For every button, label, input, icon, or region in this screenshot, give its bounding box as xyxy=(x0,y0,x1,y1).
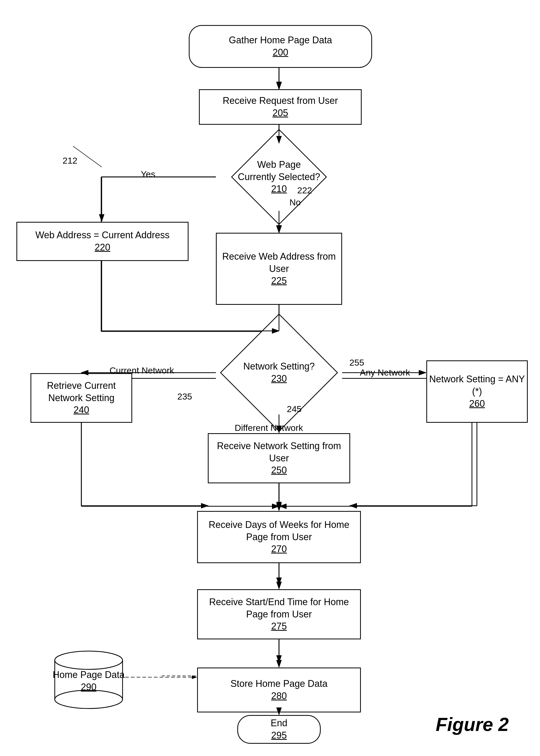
node-230-container: Network Setting? 230 xyxy=(216,323,342,422)
node-250-number: 250 xyxy=(208,464,349,476)
label-no: No xyxy=(289,197,301,207)
node-280: Store Home Page Data 280 xyxy=(197,667,361,712)
svg-point-27 xyxy=(55,651,123,669)
node-220-label: Web Address = Current Address xyxy=(36,229,170,241)
node-220-number: 220 xyxy=(36,241,170,254)
node-200-number: 200 xyxy=(229,47,332,59)
label-any-network: Any Network xyxy=(360,367,410,378)
node-290: Home Page Data 290 xyxy=(52,650,125,710)
node-295: End 295 xyxy=(237,715,321,744)
node-220: Web Address = Current Address 220 xyxy=(16,222,189,261)
node-230-label: Network Setting? 230 xyxy=(216,323,342,422)
node-270-number: 270 xyxy=(198,543,360,555)
node-260: Network Setting = ANY (*) 260 xyxy=(426,360,528,423)
node-275-label: Receive Start/End Time for Home Page fro… xyxy=(198,596,360,621)
node-250: Receive Network Setting from User 250 xyxy=(208,433,350,483)
node-295-number: 295 xyxy=(271,729,287,742)
node-260-label: Network Setting = ANY (*) xyxy=(427,373,527,398)
label-222: 222 xyxy=(297,185,312,195)
node-205: Receive Request from User 205 xyxy=(199,89,362,125)
node-280-number: 280 xyxy=(230,690,328,702)
label-235: 235 xyxy=(177,391,192,402)
node-205-label: Receive Request from User xyxy=(223,95,338,107)
node-275: Receive Start/End Time for Home Page fro… xyxy=(197,589,361,639)
node-290-number: 290 xyxy=(53,681,125,693)
node-275-number: 275 xyxy=(198,620,360,633)
node-210-label: Web Page Currently Selected? 210 xyxy=(216,143,342,211)
label-212: 212 xyxy=(63,155,77,166)
label-245: 245 xyxy=(287,404,302,414)
node-205-number: 205 xyxy=(223,107,338,119)
node-240-number: 240 xyxy=(31,404,131,416)
node-240-label: Retrieve Current Network Setting xyxy=(31,380,131,404)
node-225-number: 225 xyxy=(217,275,341,287)
label-255: 255 xyxy=(349,357,364,368)
node-295-label: End xyxy=(271,717,287,729)
node-280-label: Store Home Page Data xyxy=(230,678,328,690)
node-270: Receive Days of Weeks for Home Page from… xyxy=(197,511,361,563)
node-290-label: Home Page Data xyxy=(53,669,125,681)
label-yes: Yes xyxy=(141,169,155,179)
label-different-network: Different Network xyxy=(235,423,303,433)
figure-label: Figure 2 xyxy=(436,714,509,735)
node-250-label: Receive Network Setting from User xyxy=(208,440,349,465)
node-225-label: Receive Web Address from User xyxy=(217,251,341,275)
node-260-number: 260 xyxy=(427,398,527,410)
node-270-label: Receive Days of Weeks for Home Page from… xyxy=(198,519,360,543)
node-200: Gather Home Page Data 200 xyxy=(189,25,372,68)
node-200-label: Gather Home Page Data xyxy=(229,34,332,47)
node-240: Retrieve Current Network Setting 240 xyxy=(31,373,132,423)
node-210-container: Web Page Currently Selected? 210 xyxy=(216,143,342,211)
node-225: Receive Web Address from User 225 xyxy=(216,233,342,305)
